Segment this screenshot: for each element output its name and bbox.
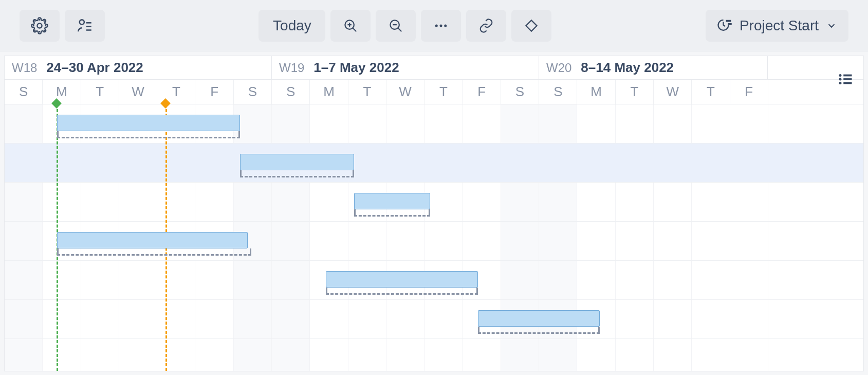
- task-bar[interactable]: [354, 193, 430, 209]
- svg-rect-21: [843, 78, 852, 80]
- week-range: 1–7 May 2022: [313, 60, 399, 76]
- task-baseline: [57, 133, 240, 138]
- week-header-cell: W191–7 May 2022: [272, 56, 539, 79]
- gear-icon: [31, 17, 48, 34]
- svg-point-22: [839, 82, 842, 84]
- day-header-cell: F: [730, 80, 768, 104]
- baseline-dropdown[interactable]: Project Start: [706, 10, 848, 42]
- toolbar-center-group: Today: [258, 10, 551, 42]
- svg-point-12: [435, 24, 438, 27]
- link-button[interactable]: [466, 10, 506, 42]
- day-header-cell: W: [654, 80, 692, 104]
- task-bar[interactable]: [57, 232, 248, 248]
- list-icon: [838, 72, 853, 87]
- chevron-down-icon: [826, 20, 837, 31]
- today-button[interactable]: Today: [258, 10, 325, 42]
- ellipsis-icon: [433, 18, 449, 33]
- gantt-grid[interactable]: [5, 104, 863, 371]
- day-header-cell: W: [386, 80, 424, 104]
- svg-rect-15: [526, 20, 537, 31]
- zoom-out-button[interactable]: [376, 10, 416, 42]
- timeline-day-header: SMTWTFSSMTWTFSSMTWTF: [5, 80, 863, 104]
- task-bar[interactable]: [326, 271, 478, 288]
- svg-point-14: [445, 24, 447, 27]
- zoom-out-icon: [388, 18, 403, 33]
- day-header-cell: M: [577, 80, 615, 104]
- toolbar: Today: [0, 0, 868, 51]
- task-bar-layer: [5, 104, 863, 371]
- timeline-week-header: W1824–30 Apr 2022W191–7 May 2022W208–14 …: [5, 56, 863, 80]
- week-range: 24–30 Apr 2022: [46, 60, 143, 76]
- zoom-in-button[interactable]: [330, 10, 371, 42]
- day-header-cell: S: [272, 80, 310, 104]
- svg-point-20: [839, 78, 842, 81]
- svg-rect-19: [843, 75, 852, 77]
- more-button[interactable]: [421, 10, 461, 42]
- day-header-cell: T: [692, 80, 730, 104]
- day-header-cell: T: [616, 80, 654, 104]
- week-range: 8–14 May 2022: [581, 60, 674, 76]
- day-header-cell: F: [463, 80, 501, 104]
- svg-point-13: [440, 24, 442, 27]
- svg-rect-16: [726, 20, 731, 22]
- task-baseline: [57, 251, 251, 256]
- week-header-cell: W208–14 May 2022: [539, 56, 768, 79]
- svg-point-1: [80, 20, 84, 24]
- zoom-in-icon: [343, 18, 358, 33]
- svg-point-0: [37, 23, 42, 28]
- task-baseline: [240, 172, 354, 177]
- task-baseline: [478, 329, 600, 334]
- task-baseline: [326, 290, 478, 295]
- day-header-cell: S: [5, 80, 43, 104]
- week-number: W19: [279, 61, 304, 75]
- settings-button[interactable]: [20, 10, 60, 42]
- svg-rect-23: [843, 82, 852, 84]
- baseline-dropdown-label: Project Start: [740, 17, 819, 34]
- clock-gantt-icon: [717, 18, 732, 33]
- diamond-icon: [524, 18, 539, 33]
- person-list-icon: [76, 17, 94, 34]
- gantt-timeline: W1824–30 Apr 2022W191–7 May 2022W208–14 …: [4, 56, 864, 371]
- day-header-cell: M: [310, 80, 348, 104]
- day-header-cell: S: [501, 80, 539, 104]
- svg-line-10: [398, 28, 402, 31]
- week-header-cell: W1824–30 Apr 2022: [5, 56, 272, 79]
- svg-rect-17: [728, 23, 732, 25]
- task-bar[interactable]: [57, 115, 240, 131]
- day-header-cell: T: [81, 80, 119, 104]
- svg-point-18: [839, 74, 842, 77]
- milestone-button[interactable]: [511, 10, 551, 42]
- task-bar[interactable]: [478, 310, 600, 327]
- toggle-legend-button[interactable]: [835, 69, 856, 90]
- task-bar[interactable]: [240, 154, 354, 170]
- link-icon: [478, 18, 494, 33]
- day-header-cell: T: [348, 80, 386, 104]
- day-header-cell: T: [424, 80, 463, 104]
- day-header-cell: M: [43, 80, 81, 104]
- svg-line-6: [353, 28, 357, 31]
- day-header-cell: W: [119, 80, 157, 104]
- day-header-cell: S: [539, 80, 577, 104]
- task-baseline: [354, 211, 430, 217]
- resources-button[interactable]: [65, 10, 105, 42]
- day-header-cell: S: [234, 80, 272, 104]
- week-number: W20: [546, 61, 571, 75]
- day-header-cell: F: [195, 80, 233, 104]
- week-number: W18: [12, 61, 37, 75]
